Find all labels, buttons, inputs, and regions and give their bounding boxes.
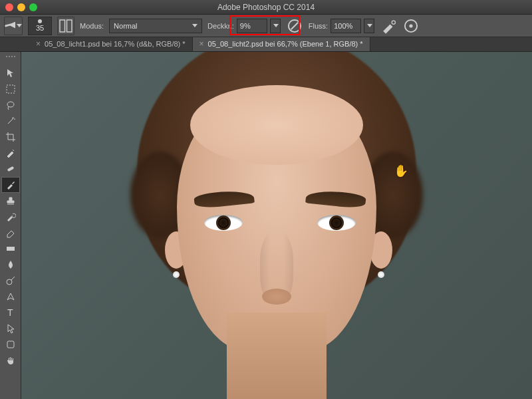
svg-rect-8 bbox=[7, 166, 14, 172]
pressure-size-button[interactable] bbox=[402, 17, 420, 35]
window-controls bbox=[5, 3, 37, 11]
pressure-opacity-button[interactable] bbox=[286, 17, 303, 35]
dodge-tool[interactable] bbox=[1, 273, 20, 289]
blur-tool[interactable] bbox=[1, 257, 20, 273]
title-bar: Adobe Photoshop CC 2014 bbox=[0, 0, 532, 15]
options-bar: 35 Modus: Normal Deckkr.: 9% Fluss: 100% bbox=[0, 15, 532, 37]
close-icon[interactable]: × bbox=[200, 39, 204, 49]
opacity-dropdown[interactable] bbox=[270, 19, 281, 33]
crop-tool[interactable] bbox=[1, 129, 20, 145]
eraser-tool[interactable] bbox=[1, 225, 20, 241]
svg-rect-6 bbox=[7, 85, 15, 93]
brush-size-picker[interactable]: 35 bbox=[28, 17, 52, 35]
toolbox: T bbox=[0, 52, 21, 399]
magic-wand-tool[interactable] bbox=[1, 113, 20, 129]
document-image bbox=[21, 52, 532, 399]
svg-text:T: T bbox=[7, 307, 13, 318]
svg-rect-13 bbox=[7, 341, 14, 348]
app-title: Adobe Photoshop CC 2014 bbox=[217, 3, 315, 12]
current-tool-button[interactable] bbox=[4, 17, 23, 35]
airbrush-icon bbox=[380, 17, 397, 35]
mode-select[interactable]: Normal bbox=[109, 19, 202, 33]
mode-label: Modus: bbox=[80, 22, 104, 30]
shape-tool[interactable] bbox=[1, 336, 20, 352]
lasso-tool[interactable] bbox=[1, 97, 20, 113]
minimize-window-button[interactable] bbox=[17, 3, 25, 11]
svg-rect-1 bbox=[67, 20, 72, 32]
svg-point-11 bbox=[7, 279, 12, 285]
chevron-down-icon bbox=[273, 24, 279, 27]
path-select-tool[interactable] bbox=[1, 321, 20, 336]
close-window-button[interactable] bbox=[5, 3, 13, 11]
brush-panel-icon bbox=[58, 18, 74, 34]
opacity-group: Deckkr.: 9% bbox=[207, 19, 281, 33]
chevron-down-icon bbox=[192, 24, 198, 27]
svg-point-3 bbox=[392, 21, 395, 24]
healing-tool[interactable] bbox=[1, 161, 20, 177]
move-tool[interactable] bbox=[1, 65, 20, 81]
flow-label: Fluss: bbox=[309, 22, 328, 30]
brush-tool[interactable] bbox=[1, 177, 20, 193]
zoom-window-button[interactable] bbox=[29, 3, 37, 11]
brush-size-value: 35 bbox=[36, 24, 44, 32]
history-brush-tool[interactable] bbox=[1, 209, 20, 225]
tab-label: 05_08_licht1.psd bei 16,7% (d&b, RGB/8) … bbox=[45, 40, 186, 48]
chevron-down-icon bbox=[367, 24, 372, 27]
canvas[interactable]: ✋ bbox=[21, 52, 532, 399]
chevron-down-icon bbox=[17, 24, 22, 27]
airbrush-button[interactable] bbox=[380, 17, 397, 35]
svg-point-5 bbox=[410, 24, 413, 27]
close-icon[interactable]: × bbox=[36, 39, 41, 49]
mode-value: Normal bbox=[114, 22, 137, 30]
marquee-tool[interactable] bbox=[1, 81, 20, 97]
opacity-value: 9% bbox=[240, 22, 251, 30]
brush-icon bbox=[5, 22, 15, 30]
brush-panel-button[interactable] bbox=[57, 17, 74, 35]
flow-value: 100% bbox=[334, 22, 352, 30]
eyedropper-tool[interactable] bbox=[1, 145, 20, 161]
flow-input[interactable]: 100% bbox=[331, 19, 361, 33]
stamp-tool[interactable] bbox=[1, 193, 20, 209]
svg-rect-9 bbox=[7, 247, 15, 251]
svg-point-7 bbox=[7, 102, 14, 107]
document-tab[interactable]: × 05_08_licht1.psd bei 16,7% (d&b, RGB/8… bbox=[29, 37, 193, 51]
toolbox-grip[interactable] bbox=[1, 56, 20, 63]
pen-tool[interactable] bbox=[1, 289, 20, 305]
document-tab[interactable]: × 05_08_licht2.psd bei 66,7% (Ebene 1, R… bbox=[193, 37, 370, 51]
document-tabs: × 05_08_licht1.psd bei 16,7% (d&b, RGB/8… bbox=[0, 37, 532, 52]
svg-rect-0 bbox=[60, 20, 65, 32]
flow-dropdown[interactable] bbox=[364, 19, 374, 33]
main-area: T ✋ bbox=[0, 52, 532, 399]
hand-tool[interactable] bbox=[1, 352, 20, 368]
tablet-size-icon bbox=[402, 17, 420, 35]
opacity-label: Deckkr.: bbox=[207, 22, 234, 30]
flow-group: Fluss: 100% bbox=[309, 19, 374, 33]
brush-preview-icon bbox=[38, 19, 42, 23]
gradient-tool[interactable] bbox=[1, 241, 20, 257]
tab-label: 05_08_licht2.psd bei 66,7% (Ebene 1, RGB… bbox=[208, 40, 363, 48]
type-tool[interactable]: T bbox=[1, 305, 20, 321]
tablet-pressure-icon bbox=[286, 17, 303, 35]
opacity-input[interactable]: 9% bbox=[237, 19, 267, 33]
